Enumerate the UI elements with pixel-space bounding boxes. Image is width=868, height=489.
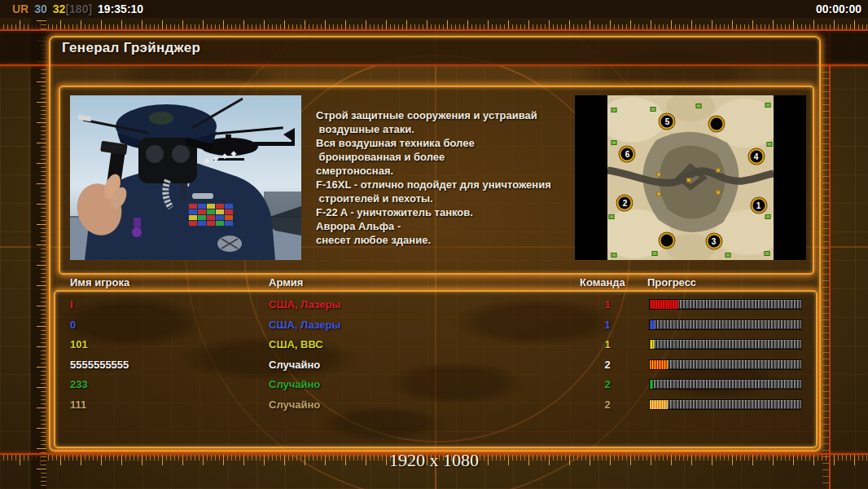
status-left: UR3032[180]19:35:10 (7, 2, 143, 15)
status-segment: 30 (34, 2, 47, 15)
player-name: 233 (70, 378, 88, 390)
map-spawn-point: 3 (706, 234, 721, 249)
player-army: Случайно (269, 378, 320, 390)
player-row: 101США, ВВС1 (54, 335, 814, 355)
player-row: 5555555555Случайно2 (54, 355, 814, 376)
progress-bar (649, 339, 802, 350)
player-team: 1 (583, 338, 632, 350)
loading-screen: UR3032[180]19:35:10 00:00:00 Генерал Грэ… (0, 0, 868, 489)
map-preview: 564213 (575, 95, 806, 260)
player-name: 111 (70, 399, 86, 411)
progress-bar (649, 399, 802, 410)
progress-fill (650, 340, 654, 349)
player-rows: IСША, Лазеры10США, Лазеры1101США, ВВС155… (54, 295, 814, 415)
tech-dot (716, 168, 721, 172)
column-header-name: Имя игрока (70, 276, 129, 289)
top-ruler (0, 18, 868, 29)
portrait-illustration (70, 95, 301, 260)
column-header-progress: Прогресс (647, 276, 696, 289)
progress-bar (649, 319, 802, 330)
map-content: 564213 (607, 95, 774, 260)
player-name: 5555555555 (70, 359, 129, 371)
supply-dot (765, 103, 770, 108)
progress-fill (650, 400, 668, 409)
tech-dot (716, 191, 721, 195)
progress-fill (650, 360, 668, 369)
status-bar: UR3032[180]19:35:10 00:00:00 (0, 0, 868, 18)
player-army: США, Лазеры (269, 298, 340, 311)
player-name: 101 (70, 338, 88, 350)
player-team: 1 (583, 298, 632, 311)
resolution-label: 1920 x 1080 (0, 450, 868, 471)
progress-fill (650, 320, 655, 329)
player-team: 2 (583, 359, 632, 371)
tech-dot (656, 172, 661, 176)
page-title: Генерал Грэйнджер (62, 36, 200, 60)
supply-dot (609, 214, 615, 219)
supply-dot (612, 108, 617, 112)
supply-dot (766, 142, 772, 147)
player-row: 111Случайно2 (54, 395, 814, 416)
player-row: 0США, Лазеры1 (54, 315, 814, 336)
player-name: 0 (70, 319, 76, 331)
status-segment: 19:35:10 (98, 2, 143, 15)
right-red-line (829, 29, 831, 489)
progress-fill (650, 380, 653, 389)
player-army: США, Лазеры (269, 319, 340, 331)
player-army: США, ВВС (269, 338, 323, 350)
supply-dot (652, 251, 658, 256)
status-segment: UR (12, 2, 28, 15)
player-team: 1 (583, 319, 632, 331)
progress-bar (649, 379, 802, 390)
supply-dot (612, 140, 617, 145)
map-spawn-point (708, 116, 724, 131)
player-row: 233Случайно2 (54, 375, 814, 395)
player-name: I (70, 298, 73, 311)
map-spawn-point: 5 (660, 113, 675, 129)
left-ruler (31, 18, 46, 489)
player-team: 2 (583, 399, 632, 411)
wings-badge (192, 193, 213, 199)
status-segment: [180] (65, 2, 92, 15)
supply-dot (764, 251, 769, 256)
supply-dot (651, 107, 656, 112)
player-row: IСША, Лазеры1 (54, 295, 814, 315)
supply-dot (765, 214, 770, 219)
column-header-army: Армия (269, 276, 303, 289)
supply-dot (725, 253, 730, 258)
map-spawn-point: 4 (748, 148, 764, 164)
player-team: 2 (583, 378, 632, 390)
supply-dot (696, 104, 702, 108)
player-army: Случайно (269, 359, 320, 371)
tech-dot (686, 178, 691, 183)
progress-bar (649, 299, 802, 310)
tech-dot (656, 192, 661, 196)
map-spawn-point: 2 (617, 196, 633, 211)
progress-fill (650, 300, 678, 309)
general-portrait (70, 95, 301, 260)
game-timer: 00:00:00 (816, 2, 861, 15)
map-spawn-point: 1 (751, 198, 766, 214)
player-army: Случайно (269, 399, 320, 411)
column-header-team: Команда (580, 276, 625, 289)
general-description: Строй защитные сооружения и устраивай во… (316, 108, 572, 255)
purple-heart-medal (134, 218, 141, 227)
map-spawn-point: 6 (620, 146, 635, 161)
map-spawn-point (660, 232, 675, 248)
supply-dot (612, 253, 617, 258)
progress-bar (649, 359, 802, 370)
status-segment: 32 (53, 2, 66, 15)
